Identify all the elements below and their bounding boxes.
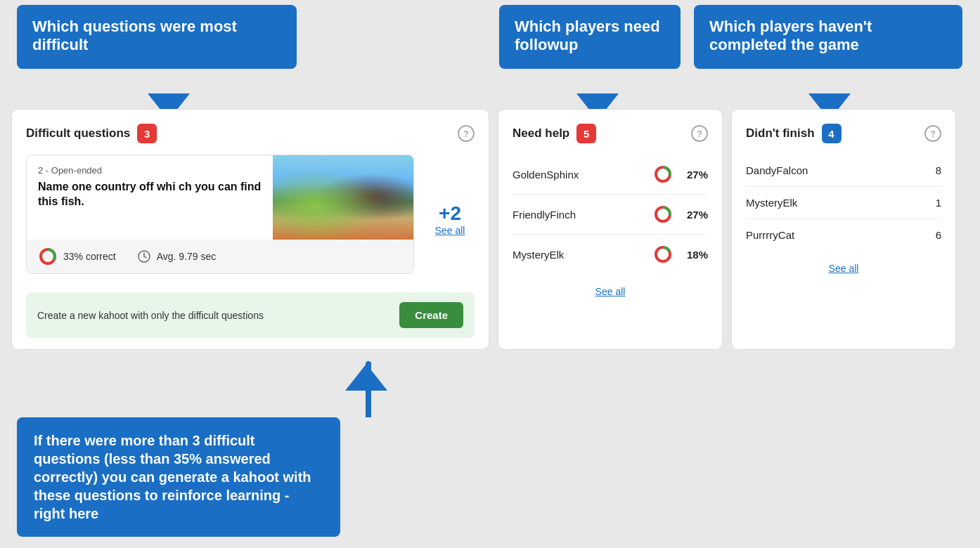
needhelp-player-row-1: GoldenSphinx 27% [512, 155, 708, 195]
needhelp-donut-3 [653, 244, 673, 264]
didntfinish-player-row-2: MysteryElk 1 [746, 187, 941, 219]
needhelp-badge: 5 [576, 124, 596, 143]
didntfinish-player-name-2: MysteryElk [746, 197, 797, 209]
callout-right: Which players haven't completed the game [694, 5, 962, 69]
question-image [273, 155, 413, 240]
more-questions: +2 See all [425, 155, 475, 284]
avgtime-stat: Avg. 9.79 sec [137, 249, 217, 263]
card-header-didntfinish: Didn't finish 4 ? [746, 124, 941, 143]
callout-left: Which questions were most difficult [17, 5, 297, 69]
needhelp-donut-1 [653, 164, 673, 184]
card-header-needhelp: Need help 5 ? [512, 124, 708, 143]
card-header-difficult: Difficult questions 3 ? [26, 124, 475, 143]
card-title-row-difficult: Difficult questions 3 [26, 124, 157, 143]
bottom-callout: If there were more than 3 difficult ques… [17, 417, 340, 537]
needhelp-title: Need help [512, 126, 569, 141]
didntfinish-see-all-container: See all [746, 251, 941, 278]
didntfinish-player-list: DandyFalcon 8 MysteryElk 1 PurrrryCat 6 [746, 155, 941, 251]
didntfinish-player-row-1: DandyFalcon 8 [746, 155, 941, 187]
needhelp-see-all-container: See all [512, 274, 708, 301]
difficult-help-icon[interactable]: ? [458, 125, 475, 142]
didntfinish-player-name-1: DandyFalcon [746, 164, 808, 176]
needhelp-help-icon[interactable]: ? [691, 125, 708, 142]
correct-donut [38, 247, 58, 266]
need-help-card: Need help 5 ? GoldenSphinx [498, 109, 723, 350]
needhelp-donut-2 [653, 204, 673, 224]
didntfinish-help-icon[interactable]: ? [924, 125, 941, 142]
needhelp-player-row-3: MysteryElk 18% [512, 235, 708, 274]
create-button[interactable]: Create [399, 302, 463, 328]
avgtime-text: Avg. 9.79 sec [157, 251, 217, 262]
correct-text: 33% correct [63, 251, 116, 262]
didntfinish-player-row-3: PurrrryCat 6 [746, 219, 941, 251]
difficult-title: Difficult questions [26, 126, 130, 141]
needhelp-pct-1: 27% [680, 169, 708, 181]
create-bar-text: Create a new kahoot with only the diffic… [37, 310, 264, 321]
needhelp-pct-2: 27% [680, 209, 708, 221]
create-bar: Create a new kahoot with only the diffic… [26, 292, 475, 338]
question-top: 2 - Open-ended Name one country off whi … [27, 155, 413, 240]
difficult-see-all[interactable]: See all [435, 225, 465, 236]
question-stats: 33% correct Avg. 9.79 sec [27, 240, 413, 273]
correct-stat: 33% correct [38, 247, 116, 266]
didntfinish-score-1: 8 [927, 164, 941, 176]
page-wrapper: Which questions were most difficult Whic… [0, 0, 980, 548]
clock-icon [137, 249, 151, 263]
question-card: 2 - Open-ended Name one country off whi … [26, 155, 414, 274]
needhelp-player-right-2: 27% [653, 204, 708, 224]
didntfinish-score-3: 6 [927, 229, 941, 241]
svg-line-5 [144, 256, 146, 258]
needhelp-player-name-2: FriendlyFinch [512, 209, 576, 221]
difficult-badge: 3 [137, 124, 157, 143]
more-count: +2 [439, 202, 461, 225]
didntfinish-title: Didn't finish [746, 126, 815, 141]
needhelp-player-name-1: GoldenSphinx [512, 169, 579, 181]
callout-middle: Which players need followup [499, 5, 681, 69]
question-title: Name one country off whi ch you can find… [38, 180, 262, 209]
card-title-row-needhelp: Need help 5 [512, 124, 596, 143]
needhelp-player-right-1: 27% [653, 164, 708, 184]
didntfinish-see-all[interactable]: See all [829, 263, 859, 274]
didntfinish-badge: 4 [822, 124, 842, 143]
didnt-finish-card: Didn't finish 4 ? DandyFalcon 8 MysteryE… [731, 109, 956, 350]
didntfinish-player-name-3: PurrrryCat [746, 229, 794, 241]
didntfinish-score-2: 1 [927, 197, 941, 209]
needhelp-player-list: GoldenSphinx 27% Frien [512, 155, 708, 274]
needhelp-player-right-3: 18% [653, 244, 708, 264]
needhelp-player-name-3: MysteryElk [512, 249, 564, 261]
question-label: 2 - Open-ended [38, 165, 262, 176]
needhelp-see-all[interactable]: See all [595, 286, 626, 297]
needhelp-pct-3: 18% [680, 249, 708, 261]
cards-row: Difficult questions 3 ? 2 - Open-ended N… [11, 109, 969, 350]
needhelp-player-row-2: FriendlyFinch 27% [512, 195, 708, 235]
question-text-area: 2 - Open-ended Name one country off whi … [27, 155, 273, 240]
card-title-row-didntfinish: Didn't finish 4 [746, 124, 842, 143]
difficult-questions-card: Difficult questions 3 ? 2 - Open-ended N… [11, 109, 489, 350]
